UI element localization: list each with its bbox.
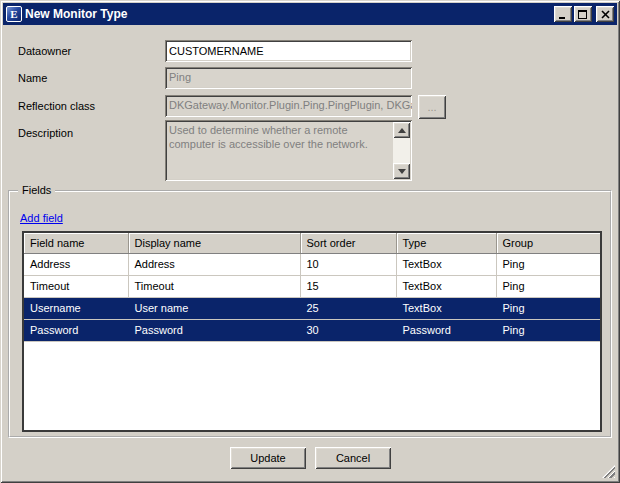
update-button[interactable]: Update — [230, 447, 306, 469]
scroll-down-button[interactable] — [393, 163, 410, 179]
maximize-icon — [578, 10, 588, 19]
arrow-down-icon — [398, 169, 406, 174]
table-header: Field nameDisplay nameSort orderTypeGrou… — [24, 233, 600, 253]
minimize-button[interactable] — [554, 6, 572, 22]
table-cell[interactable]: Password — [128, 319, 300, 341]
column-header[interactable]: Group — [496, 233, 600, 253]
fields-table-container: Field nameDisplay nameSort orderTypeGrou… — [22, 231, 602, 432]
table-cell[interactable]: Username — [24, 297, 128, 319]
title-bar[interactable]: E New Monitor Type — [3, 3, 617, 25]
dialog-new-monitor-type: E New Monitor Type Dataowner Name Ping R… — [0, 0, 620, 483]
table-row[interactable]: AddressAddress10TextBoxPing — [24, 253, 600, 275]
table-row[interactable]: TimeoutTimeout15TextBoxPing — [24, 275, 600, 297]
description-label: Description — [18, 127, 73, 139]
table-cell[interactable]: Ping — [496, 253, 600, 275]
arrow-up-icon — [398, 128, 406, 133]
name-label: Name — [18, 72, 47, 84]
cancel-button[interactable]: Cancel — [315, 447, 391, 469]
table-cell[interactable]: Password — [396, 319, 496, 341]
table-cell[interactable]: Password — [24, 319, 128, 341]
resize-grip[interactable] — [602, 465, 615, 478]
add-field-link[interactable]: Add field — [20, 212, 63, 224]
table-cell[interactable]: TextBox — [396, 253, 496, 275]
reflection-class-input: DKGateway.Monitor.Plugin.Ping.PingPlugin… — [165, 95, 412, 117]
description-scrollbar[interactable] — [393, 122, 410, 179]
table-cell[interactable]: TextBox — [396, 297, 496, 319]
table-cell[interactable]: 10 — [300, 253, 396, 275]
close-button[interactable] — [596, 6, 614, 22]
column-header[interactable]: Sort order — [300, 233, 396, 253]
description-text: Used to determine whether a remote compu… — [169, 123, 391, 151]
table-cell[interactable]: Address — [128, 253, 300, 275]
table-cell[interactable]: Ping — [496, 275, 600, 297]
browse-button: ... — [418, 95, 446, 119]
table-cell[interactable]: Timeout — [24, 275, 128, 297]
description-textarea: Used to determine whether a remote compu… — [165, 120, 412, 181]
table-cell[interactable]: Ping — [496, 297, 600, 319]
column-header[interactable]: Type — [396, 233, 496, 253]
dataowner-input[interactable] — [165, 40, 412, 62]
column-header[interactable]: Display name — [128, 233, 300, 253]
scroll-up-button[interactable] — [393, 122, 410, 138]
close-icon — [601, 10, 610, 19]
dataowner-label: Dataowner — [18, 45, 71, 57]
column-header[interactable]: Field name — [24, 233, 128, 253]
table-cell[interactable]: 25 — [300, 297, 396, 319]
name-input: Ping — [165, 67, 412, 89]
table-cell[interactable]: 15 — [300, 275, 396, 297]
table-row[interactable]: PasswordPassword30PasswordPing — [24, 319, 600, 341]
table-body: AddressAddress10TextBoxPingTimeoutTimeou… — [24, 253, 600, 341]
window-title: New Monitor Type — [25, 7, 552, 21]
fields-groupbox: Fields Add field Field nameDisplay nameS… — [8, 190, 612, 438]
table-cell[interactable]: User name — [128, 297, 300, 319]
fields-legend: Fields — [18, 184, 55, 196]
minimize-icon — [558, 10, 568, 19]
table-row[interactable]: UsernameUser name25TextBoxPing — [24, 297, 600, 319]
table-cell[interactable]: Address — [24, 253, 128, 275]
table-cell[interactable]: TextBox — [396, 275, 496, 297]
reflection-class-label: Reflection class — [18, 100, 95, 112]
maximize-button[interactable] — [574, 6, 592, 22]
table-cell[interactable]: Timeout — [128, 275, 300, 297]
fields-table: Field nameDisplay nameSort orderTypeGrou… — [24, 233, 600, 342]
table-cell[interactable]: Ping — [496, 319, 600, 341]
app-icon: E — [6, 6, 22, 22]
table-cell[interactable]: 30 — [300, 319, 396, 341]
